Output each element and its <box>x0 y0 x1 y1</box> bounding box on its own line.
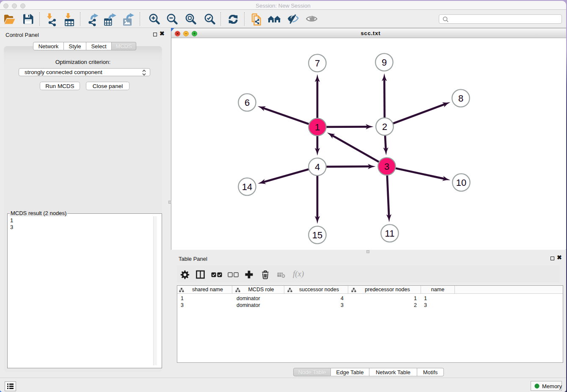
svg-text:3: 3 <box>384 161 389 172</box>
svg-text:9: 9 <box>382 57 387 68</box>
svg-text:1: 1 <box>315 122 320 133</box>
svg-text:2: 2 <box>382 121 387 132</box>
svg-text:4: 4 <box>315 162 320 172</box>
svg-text:11: 11 <box>385 228 395 239</box>
svg-text:6: 6 <box>245 97 250 108</box>
svg-text:15: 15 <box>312 230 322 240</box>
svg-text:8: 8 <box>458 93 463 104</box>
svg-text:10: 10 <box>456 177 466 188</box>
svg-text:7: 7 <box>315 58 320 69</box>
svg-text:14: 14 <box>242 182 252 192</box>
